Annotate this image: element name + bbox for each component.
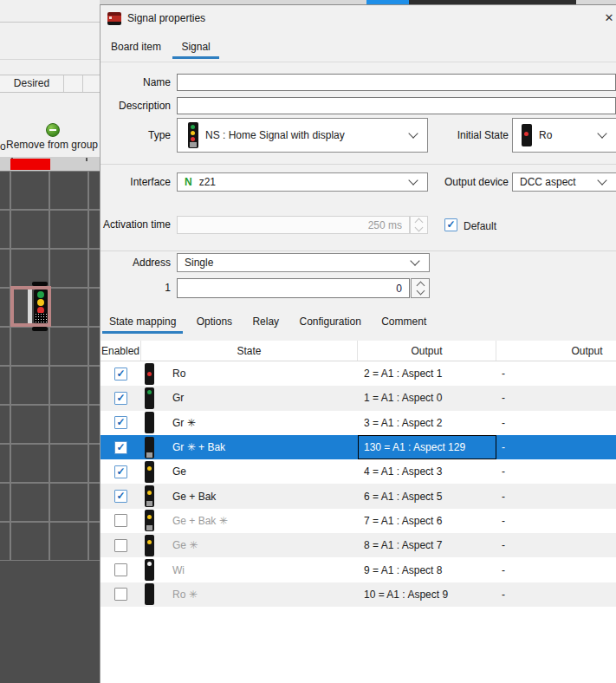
activation-time-input[interactable]: [177, 216, 410, 234]
output2-cell[interactable]: -: [496, 557, 616, 582]
output-cell[interactable]: 130 = A1 : Aspect 129: [358, 435, 496, 459]
activation-time-spinner[interactable]: [410, 216, 428, 234]
spinner-down-icon[interactable]: [415, 224, 424, 232]
state-row[interactable]: Ge + Bak ✳7 = A1 : Aspect 6-: [101, 509, 616, 533]
enabled-cell[interactable]: [101, 582, 141, 607]
description-input[interactable]: [177, 97, 616, 114]
close-icon[interactable]: ✕: [601, 10, 616, 26]
default-checkbox[interactable]: ✓: [444, 218, 457, 231]
dialog-titlebar[interactable]: Signal properties ✕: [101, 5, 616, 31]
output-device-combobox[interactable]: DCC aspect: [512, 172, 616, 192]
output-cell[interactable]: 4 = A1 : Aspect 3: [358, 459, 496, 484]
dialog-title: Signal properties: [127, 12, 205, 24]
state-label: Gr ✳: [172, 417, 196, 429]
state-row[interactable]: ✓Gr1 = A1 : Aspect 0-: [101, 386, 616, 410]
tab-signal[interactable]: Signal: [172, 38, 218, 55]
enabled-checkbox[interactable]: [114, 514, 127, 527]
output-cell[interactable]: 3 = A1 : Aspect 2: [358, 411, 496, 435]
state-row[interactable]: Ge ✳8 = A1 : Aspect 7-: [101, 533, 616, 557]
enabled-cell[interactable]: ✓: [101, 411, 141, 435]
output-cell[interactable]: 10 = A1 : Aspect 9: [358, 582, 496, 607]
state-row[interactable]: ✓Gr ✳3 = A1 : Aspect 2-: [101, 411, 616, 435]
column-header-enabled[interactable]: Enabled: [101, 341, 141, 361]
output2-cell[interactable]: -: [496, 459, 616, 484]
divider: [0, 59, 100, 60]
output-cell[interactable]: 7 = A1 : Aspect 6: [358, 509, 496, 533]
enabled-checkbox[interactable]: ✓: [114, 490, 127, 503]
enabled-checkbox[interactable]: ✓: [114, 392, 127, 405]
background-table-header: Desired: [0, 75, 100, 93]
output2-cell[interactable]: -: [496, 509, 616, 533]
state-cell[interactable]: Gr ✳ + Bak: [141, 435, 358, 459]
state-cell[interactable]: Ro: [141, 361, 358, 386]
state-row[interactable]: ✓Gr ✳ + Bak130 = A1 : Aspect 129-: [101, 435, 616, 459]
scroll-strip[interactable]: [0, 157, 100, 172]
enabled-cell[interactable]: ✓: [101, 361, 141, 386]
enabled-checkbox[interactable]: ✓: [114, 441, 127, 454]
state-cell[interactable]: Wi: [141, 557, 358, 582]
output2-cell[interactable]: -: [496, 386, 616, 410]
enabled-cell[interactable]: ✓: [101, 386, 141, 410]
state-row[interactable]: ✓Ro2 = A1 : Aspect 1-: [101, 361, 616, 386]
enabled-checkbox[interactable]: ✓: [114, 368, 127, 381]
name-input[interactable]: [177, 74, 616, 91]
tab-board-item[interactable]: Board item: [102, 38, 170, 55]
property-subtabs: State mapping Options Relay Configuratio…: [109, 315, 444, 336]
enabled-cell[interactable]: [101, 509, 141, 533]
enabled-cell[interactable]: ✓: [101, 459, 141, 484]
enabled-cell[interactable]: ✓: [101, 484, 141, 508]
output2-cell[interactable]: -: [496, 411, 616, 435]
remove-from-group-button[interactable]: Remove from group: [9, 121, 95, 153]
enabled-checkbox[interactable]: [114, 539, 127, 552]
subtab-configuration[interactable]: Configuration: [299, 315, 360, 328]
selected-signal-tile[interactable]: [10, 286, 51, 327]
output-cell[interactable]: 2 = A1 : Aspect 1: [358, 361, 496, 386]
state-cell[interactable]: Ge + Bak ✳: [141, 509, 358, 533]
track-plan-grid[interactable]: [0, 171, 100, 561]
enabled-checkbox[interactable]: [114, 588, 127, 601]
output-cell[interactable]: 8 = A1 : Aspect 7: [358, 533, 496, 557]
state-row[interactable]: Ro ✳10 = A1 : Aspect 9-: [101, 582, 616, 607]
output2-cell[interactable]: -: [496, 484, 616, 508]
subtab-relay[interactable]: Relay: [252, 315, 279, 328]
initial-state-combobox[interactable]: Ro: [512, 118, 616, 153]
enabled-checkbox[interactable]: [114, 563, 127, 576]
subtab-options[interactable]: Options: [197, 315, 232, 328]
enabled-cell[interactable]: ✓: [101, 435, 141, 459]
address-value-spinner[interactable]: [411, 278, 430, 298]
enabled-cell[interactable]: [101, 533, 141, 557]
state-cell[interactable]: Ge ✳: [141, 533, 358, 557]
output-cell[interactable]: 6 = A1 : Aspect 5: [358, 484, 496, 508]
description-label: Description: [101, 100, 171, 112]
state-cell[interactable]: Gr: [141, 386, 358, 410]
signal-state-icon: [145, 412, 154, 433]
address-value-input[interactable]: [177, 278, 410, 298]
desired-column-header[interactable]: Desired: [0, 77, 63, 89]
spinner-down-icon[interactable]: [416, 287, 425, 296]
column-header-output-2[interactable]: Output: [496, 341, 616, 361]
state-row[interactable]: ✓Ge + Bak6 = A1 : Aspect 5-: [101, 484, 616, 508]
background-window: Desired o Remove from group: [0, 0, 100, 683]
column-header-state[interactable]: State: [141, 341, 358, 361]
signal-type-icon: [188, 122, 198, 148]
subtab-comment[interactable]: Comment: [381, 315, 426, 328]
state-cell[interactable]: Ro ✳: [141, 582, 358, 607]
output-cell[interactable]: 9 = A1 : Aspect 8: [358, 557, 496, 582]
state-cell[interactable]: Gr ✳: [141, 411, 358, 435]
enabled-checkbox[interactable]: ✓: [114, 416, 127, 429]
output2-cell[interactable]: -: [496, 361, 616, 386]
output2-cell[interactable]: -: [496, 435, 616, 459]
output2-cell[interactable]: -: [496, 582, 616, 607]
enabled-cell[interactable]: [101, 557, 141, 582]
signal-state-icon: [145, 387, 154, 409]
state-row[interactable]: Wi9 = A1 : Aspect 8-: [101, 557, 616, 582]
column-header-output[interactable]: Output: [358, 341, 496, 361]
subtab-state-mapping[interactable]: State mapping: [109, 315, 176, 328]
enabled-checkbox[interactable]: ✓: [114, 465, 127, 478]
output2-cell[interactable]: -: [496, 533, 616, 557]
state-row[interactable]: ✓Ge4 = A1 : Aspect 3-: [101, 459, 616, 484]
output-cell[interactable]: 1 = A1 : Aspect 0: [358, 386, 496, 410]
state-cell[interactable]: Ge: [141, 459, 358, 484]
state-cell[interactable]: Ge + Bak: [141, 484, 358, 508]
address-mode-combobox[interactable]: Single: [177, 253, 430, 272]
